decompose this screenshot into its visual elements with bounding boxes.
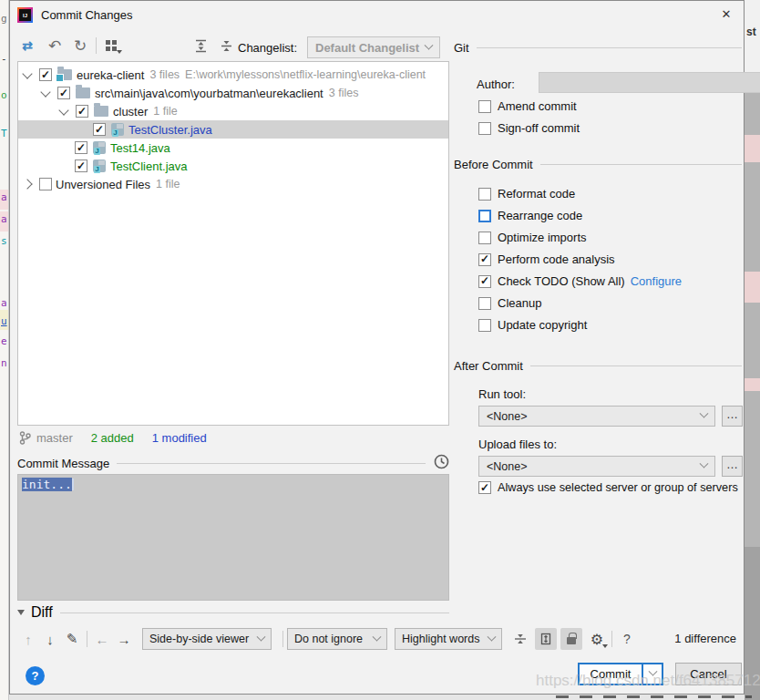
- commit-button[interactable]: Commit: [580, 664, 642, 684]
- configure-link[interactable]: Configure: [631, 274, 682, 288]
- upload-files-dropdown[interactable]: <None>: [478, 456, 715, 477]
- next-file-icon[interactable]: →: [113, 628, 135, 650]
- lock-icon[interactable]: [560, 628, 582, 650]
- optimize-imports-row[interactable]: ✓ Optimize imports: [478, 231, 587, 244]
- chevron-down-icon: [488, 632, 497, 641]
- git-branch-icon: [19, 431, 31, 445]
- tree-checkbox[interactable]: ✓: [39, 68, 52, 81]
- edit-source-icon[interactable]: ✎: [61, 628, 83, 650]
- always-use-server-row[interactable]: ✓ Always use selected server or group of…: [478, 481, 738, 494]
- tree-row-test14[interactable]: ✓ Test14.java: [18, 139, 448, 157]
- close-icon[interactable]: ✕: [714, 5, 738, 25]
- rearrange-code-checkbox[interactable]: ✓: [478, 210, 491, 222]
- cleanup-row[interactable]: ✓ Cleanup: [478, 296, 541, 310]
- modified-count[interactable]: 1 modified: [152, 431, 207, 445]
- chevron-down-icon: [373, 632, 382, 641]
- chevron-expanded-icon[interactable]: [40, 87, 50, 97]
- tree-row-project[interactable]: ✓ eureka-client 3 files E:\work\mylesson…: [18, 66, 448, 84]
- check-todo-checkbox[interactable]: ✓: [478, 275, 491, 288]
- update-copyright-row[interactable]: ✓ Update copyright: [478, 318, 587, 332]
- expand-all-icon[interactable]: [190, 36, 211, 56]
- commit-options-chevron[interactable]: [642, 664, 662, 684]
- sync-scroll-icon[interactable]: [535, 628, 557, 650]
- tree-row-cluster-folder[interactable]: ✓ cluster 1 file: [18, 102, 448, 120]
- background-text-fragment: st: [746, 26, 756, 38]
- whitespace-dropdown[interactable]: Do not ignore: [287, 628, 387, 650]
- code-analysis-row[interactable]: ✓ Perform code analysis: [478, 252, 615, 266]
- tree-row-testclient[interactable]: ✓ TestClient.java: [18, 157, 448, 175]
- diff-settings-gear-icon[interactable]: ⚙: [586, 628, 608, 650]
- tree-checkbox[interactable]: ✓: [57, 87, 70, 99]
- amend-commit-checkbox[interactable]: ✓: [478, 100, 491, 113]
- background-bottom-sliver: [9, 695, 745, 700]
- tree-checkbox[interactable]: ✓: [76, 105, 88, 118]
- selected-text: init...: [22, 478, 72, 491]
- dialog-title: Commit Changes: [41, 8, 132, 22]
- run-tool-browse-button[interactable]: …: [722, 406, 743, 427]
- chevron-collapsed-icon[interactable]: [22, 179, 32, 189]
- show-diff-icon[interactable]: ⇄: [17, 36, 37, 56]
- chevron-down-icon: [257, 632, 266, 641]
- diff-help-icon[interactable]: ?: [616, 628, 638, 650]
- reformat-code-row[interactable]: ✓ Reformat code: [478, 187, 575, 201]
- diff-section-header[interactable]: Diff: [17, 604, 449, 621]
- tree-checkbox[interactable]: ✓: [93, 123, 106, 136]
- cancel-button[interactable]: Cancel: [675, 663, 742, 685]
- chevron-down-icon: [700, 459, 709, 468]
- previous-file-icon[interactable]: ←: [91, 628, 113, 650]
- collapse-all-icon[interactable]: [216, 36, 236, 56]
- background-editor-sliver: g - o T a a s a u e n: [0, 0, 9, 700]
- rearrange-code-row[interactable]: ✓ Rearrange code: [478, 209, 582, 222]
- code-analysis-checkbox[interactable]: ✓: [478, 253, 491, 266]
- title-bar[interactable]: IJ Commit Changes ✕: [10, 1, 744, 28]
- next-difference-icon[interactable]: ↓: [39, 628, 61, 650]
- check-todo-row[interactable]: ✓ Check TODO (Show All) Configure: [478, 274, 682, 288]
- text-caret: [72, 479, 74, 490]
- message-history-icon[interactable]: [434, 454, 449, 469]
- before-commit-section-header: Before Commit: [454, 158, 742, 171]
- tree-row-testcluster[interactable]: ✓ TestCluster.java: [18, 120, 448, 139]
- tree-row-unversioned[interactable]: ✓ Unversioned Files 1 file: [18, 175, 448, 193]
- highlight-mode-dropdown[interactable]: Highlight words: [395, 628, 502, 650]
- changed-files-tree: ✓ eureka-client 3 files E:\work\mylesson…: [17, 61, 449, 426]
- reformat-code-checkbox[interactable]: ✓: [478, 188, 491, 201]
- signoff-commit-row[interactable]: ✓ Sign-off commit: [478, 121, 580, 135]
- refresh-icon[interactable]: ↻: [70, 36, 90, 56]
- screenshot-root: g - o T a a s a u e n st IJ Commit Chang…: [0, 0, 760, 700]
- dialog-footer: ? Commit Cancel: [10, 659, 744, 694]
- cleanup-checkbox[interactable]: ✓: [478, 297, 491, 310]
- run-tool-dropdown[interactable]: <None>: [478, 406, 715, 427]
- chevron-expanded-icon[interactable]: [58, 105, 68, 115]
- project-folder-icon: [57, 69, 72, 80]
- always-use-server-checkbox[interactable]: ✓: [478, 481, 491, 494]
- collapse-unchanged-icon[interactable]: [509, 628, 531, 650]
- author-field[interactable]: [539, 72, 760, 93]
- java-file-icon: [93, 160, 106, 172]
- optimize-imports-checkbox[interactable]: ✓: [478, 232, 491, 244]
- added-count[interactable]: 2 added: [91, 431, 134, 445]
- viewer-mode-dropdown[interactable]: Side-by-side viewer: [142, 628, 272, 650]
- changelist-dropdown[interactable]: Default Changelist: [307, 36, 440, 58]
- branch-name: master: [36, 431, 73, 445]
- commit-split-button[interactable]: Commit: [578, 663, 663, 685]
- group-by-icon[interactable]: [101, 36, 121, 56]
- commit-message-input[interactable]: init...: [17, 474, 449, 601]
- changelist-label: Changelist:: [238, 41, 297, 55]
- chevron-expanded-icon[interactable]: [22, 68, 32, 78]
- after-commit-section-header: After Commit: [454, 359, 742, 373]
- rollback-icon[interactable]: ↶: [45, 36, 65, 56]
- upload-files-browse-button[interactable]: …: [722, 456, 743, 477]
- amend-commit-row[interactable]: ✓ Amend commit: [478, 99, 577, 113]
- tree-checkbox[interactable]: ✓: [75, 160, 87, 172]
- tree-row-package[interactable]: ✓ src\main\java\com\yourbatman\eurekacli…: [18, 84, 448, 102]
- signoff-commit-checkbox[interactable]: ✓: [478, 122, 491, 135]
- java-file-icon: [93, 141, 106, 154]
- branch-status-row: master 2 added 1 modified: [19, 429, 207, 446]
- tree-checkbox[interactable]: ✓: [75, 141, 87, 154]
- tree-checkbox[interactable]: ✓: [39, 178, 52, 190]
- help-button[interactable]: ?: [26, 666, 45, 685]
- chevron-down-icon: [700, 409, 709, 418]
- update-copyright-checkbox[interactable]: ✓: [478, 319, 491, 332]
- previous-difference-icon[interactable]: ↑: [17, 628, 39, 650]
- commit-message-header: Commit Message: [17, 457, 449, 470]
